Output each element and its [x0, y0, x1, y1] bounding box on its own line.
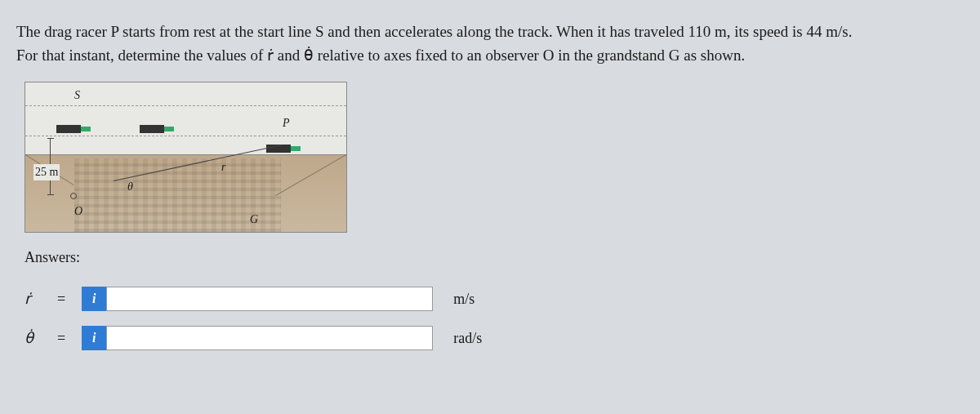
car-mid-icon	[140, 125, 164, 133]
thetadot-input[interactable]	[106, 326, 433, 350]
track-line	[25, 136, 346, 136]
answer-row-r: ṙ = i m/s	[24, 287, 964, 311]
perspective-line	[275, 154, 346, 196]
equals-sign: =	[57, 330, 65, 347]
origin-marker	[70, 193, 77, 199]
label-s: S	[74, 89, 80, 102]
answer-row-theta: θ̇ = i rad/s	[24, 326, 964, 350]
unit-ms: m/s	[453, 291, 474, 308]
info-icon[interactable]: i	[82, 287, 106, 311]
label-o: O	[74, 205, 82, 218]
unit-rads: rad/s	[453, 330, 482, 347]
car-start-icon	[56, 125, 81, 133]
label-p: P	[283, 117, 290, 130]
problem-diagram: S P r θ O G 25 m	[24, 82, 347, 233]
label-r: r	[221, 161, 225, 174]
var-thetadot: θ̇	[24, 329, 57, 347]
track-edge	[25, 154, 346, 155]
rdot-input[interactable]	[106, 287, 433, 311]
label-theta: θ	[127, 180, 133, 194]
problem-line1: The drag racer P starts from rest at the…	[16, 23, 852, 40]
label-g: G	[250, 213, 258, 226]
problem-line2: For that instant, determine the values o…	[16, 47, 745, 64]
track-line	[25, 105, 346, 106]
label-distance: 25 m	[33, 164, 60, 180]
info-icon[interactable]: i	[82, 326, 106, 350]
var-rdot: ṙ	[24, 290, 57, 308]
equals-sign: =	[57, 291, 65, 308]
answers-heading: Answers:	[24, 249, 964, 266]
problem-statement: The drag racer P starts from rest at the…	[16, 20, 964, 67]
